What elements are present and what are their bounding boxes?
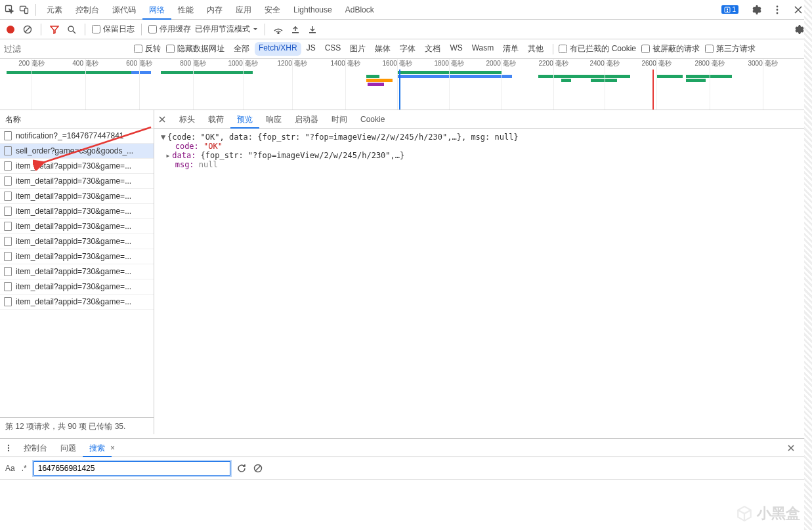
request-row[interactable]: item_detail?appid=730&game=... — [0, 279, 154, 295]
network-timeline[interactable]: 200 毫秒400 毫秒600 毫秒800 毫秒1000 毫秒1200 毫秒14… — [0, 59, 812, 110]
type-filter[interactable]: 文档 — [421, 42, 444, 56]
main-tab[interactable]: 安全 — [258, 0, 287, 20]
import-icon[interactable] — [289, 23, 302, 36]
detail-tab[interactable]: 启动器 — [288, 110, 325, 129]
main-tab[interactable]: 元素 — [40, 0, 69, 20]
svg-rect-13 — [309, 32, 316, 33]
search-input[interactable] — [33, 461, 230, 476]
type-filter[interactable]: 全部 — [230, 42, 253, 56]
type-filter[interactable]: 媒体 — [371, 42, 395, 56]
type-filter[interactable]: WS — [446, 42, 466, 56]
invert-checkbox[interactable]: 反转 — [134, 43, 161, 54]
record-button[interactable] — [4, 23, 17, 36]
preserve-log-checkbox[interactable]: 保留日志 — [92, 24, 135, 35]
more-vert-icon[interactable] — [770, 3, 784, 17]
blocked-requests-checkbox[interactable]: 被屏蔽的请求 — [641, 43, 700, 54]
main-tab[interactable]: AdBlock — [339, 0, 381, 20]
filter-bar: 反转 隐藏数据网址 全部Fetch/XHRJSCSS图片媒体字体文档WSWasm… — [0, 39, 812, 59]
close-detail-icon[interactable] — [158, 115, 171, 123]
disable-cache-checkbox[interactable]: 停用缓存 — [148, 24, 191, 35]
request-row[interactable]: item_detail?appid=730&game=... — [0, 159, 154, 174]
type-filter[interactable]: Wasm — [468, 42, 498, 56]
request-row[interactable]: item_detail?appid=730&game=... — [0, 174, 154, 189]
type-filter[interactable]: 其他 — [524, 42, 547, 56]
svg-rect-5 — [727, 11, 728, 12]
request-row[interactable]: sell_order?game=csgo&goods_... — [0, 144, 154, 159]
export-icon[interactable] — [306, 23, 319, 36]
regex-toggle[interactable]: .* — [22, 464, 27, 473]
refresh-icon[interactable] — [237, 463, 247, 473]
type-filter[interactable]: 图片 — [346, 42, 370, 56]
main-tab[interactable]: 控制台 — [69, 0, 106, 20]
clear-button[interactable] — [21, 23, 34, 36]
drawer-more-icon[interactable] — [4, 443, 16, 453]
main-tab[interactable]: 应用 — [229, 0, 258, 20]
main-tab[interactable]: 性能 — [171, 0, 200, 20]
main-tab[interactable]: Lighthouse — [287, 0, 339, 20]
inspect-icon[interactable] — [3, 3, 17, 17]
main-tab[interactable]: 内存 — [200, 0, 229, 20]
request-row[interactable]: item_detail?appid=730&game=... — [0, 249, 154, 264]
detail-tab[interactable]: Cookie — [354, 110, 391, 129]
device-toggle-icon[interactable] — [17, 3, 32, 17]
name-column-header[interactable]: 名称 — [0, 110, 154, 129]
cancel-icon[interactable] — [253, 464, 263, 473]
type-filter[interactable]: JS — [303, 42, 320, 56]
filter-icon[interactable] — [48, 23, 61, 36]
detail-tab[interactable]: 时间 — [325, 110, 354, 129]
file-icon — [4, 131, 12, 140]
request-row[interactable]: notification?_=1647677447841 — [0, 129, 154, 144]
network-settings-icon[interactable] — [792, 23, 805, 36]
main-tab[interactable]: 源代码 — [106, 0, 142, 20]
scrollbar-track — [804, 0, 812, 530]
svg-point-6 — [777, 5, 779, 7]
response-preview[interactable]: ▼{code: "OK", data: {fop_str: "?fop=imag… — [154, 129, 812, 434]
drawer-tab[interactable]: 问题 — [54, 439, 83, 457]
type-filter[interactable]: 字体 — [396, 42, 419, 56]
request-row[interactable]: item_detail?appid=730&game=... — [0, 264, 154, 279]
filter-input[interactable] — [4, 43, 129, 56]
file-icon — [4, 297, 12, 306]
type-filter[interactable]: 清单 — [499, 42, 523, 56]
detail-tab[interactable]: 预览 — [230, 110, 259, 129]
hide-data-urls-checkbox[interactable]: 隐藏数据网址 — [166, 43, 224, 54]
file-icon — [4, 161, 12, 171]
type-filter[interactable]: Fetch/XHR — [255, 42, 301, 56]
search-bar: Aa .* — [0, 457, 804, 479]
file-icon — [4, 146, 12, 155]
detail-tab[interactable]: 标头 — [173, 110, 202, 129]
type-filter[interactable]: CSS — [321, 42, 345, 56]
blocked-cookies-checkbox[interactable]: 有已拦截的 Cookie — [559, 43, 636, 54]
devtools-main-tabs: 元素控制台源代码网络性能内存应用安全LighthouseAdBlock 1 — [0, 0, 812, 20]
main-tab[interactable]: 网络 — [142, 0, 171, 20]
detail-tab[interactable]: 载荷 — [202, 110, 230, 129]
third-party-checkbox[interactable]: 第三方请求 — [705, 43, 756, 54]
file-icon — [4, 252, 12, 261]
request-row[interactable]: item_detail?appid=730&game=... — [0, 295, 154, 310]
separator — [35, 4, 36, 16]
request-row[interactable]: item_detail?appid=730&game=... — [0, 204, 154, 219]
file-icon — [4, 222, 12, 231]
file-icon — [4, 176, 12, 186]
detail-tabs: 标头载荷预览响应启动器时间Cookie — [154, 110, 812, 129]
drawer-close-icon[interactable] — [787, 444, 800, 452]
request-row[interactable]: item_detail?appid=730&game=... — [0, 219, 154, 234]
close-devtools-icon[interactable] — [791, 3, 805, 17]
load-line — [652, 70, 654, 110]
settings-gear-icon[interactable] — [749, 3, 763, 17]
search-icon[interactable] — [65, 23, 78, 36]
svg-point-10 — [68, 26, 74, 31]
detail-tab[interactable]: 响应 — [259, 110, 288, 129]
network-conditions-icon[interactable] — [272, 23, 285, 36]
request-row[interactable]: item_detail?appid=730&game=... — [0, 234, 154, 249]
request-row[interactable]: item_detail?appid=730&game=... — [0, 189, 154, 204]
tab-close-icon[interactable]: × — [108, 443, 118, 453]
drawer-tab[interactable]: 控制台 — [17, 439, 54, 457]
file-icon — [4, 207, 12, 216]
file-icon — [4, 192, 12, 201]
file-icon — [4, 282, 12, 291]
throttling-select[interactable]: 已停用节流模式 — [195, 24, 258, 35]
match-case-toggle[interactable]: Aa — [5, 464, 15, 473]
issues-badge[interactable]: 1 — [721, 5, 738, 14]
drawer: 控制台问题搜索× Aa .* — [0, 438, 804, 530]
